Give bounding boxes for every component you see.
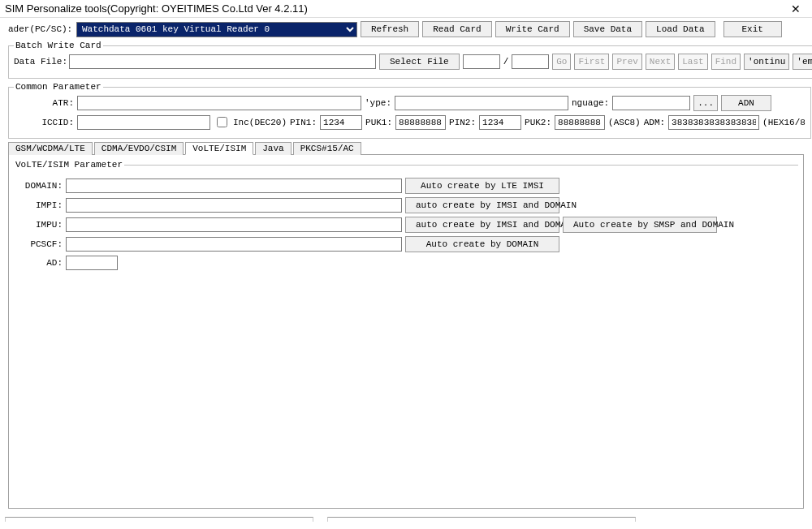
pcscf-input[interactable] [66, 237, 402, 252]
data-file-label: Data File: [14, 57, 66, 67]
pcscf-label: PCSCF: [14, 239, 63, 249]
common-parameter-group: Common Parameter ATR: 'ype: nguage: ... … [8, 82, 811, 139]
iccid-input[interactable] [77, 115, 210, 130]
refresh-button[interactable]: Refresh [361, 21, 419, 37]
volte-legend: VoLTE/ISIM Parameter [14, 160, 124, 170]
window-title: SIM Personalize tools(Copyright: OYEITIM… [5, 2, 308, 15]
auto-impu2-button[interactable]: Auto create by SMSP and DOMAIN [563, 217, 717, 233]
close-icon[interactable]: ✕ [784, 2, 807, 15]
auto-pcscf-button[interactable]: Auto create by DOMAIN [405, 236, 559, 252]
volte-group: VoLTE/ISIM Parameter DOMAIN: Auto create… [14, 160, 798, 273]
pin2-label: PIN2: [449, 118, 476, 127]
tab-volte[interactable]: VoLTE/ISIM [185, 142, 253, 155]
tab-gsm[interactable]: GSM/WCDMA/LTE [8, 142, 93, 155]
first-button[interactable]: First [574, 54, 609, 70]
iccid-label: ICCID: [14, 118, 74, 127]
last-button[interactable]: Last [678, 54, 707, 70]
tab-cdma[interactable]: CDMA/EVDO/CSIM [94, 142, 184, 155]
tab-pkcs[interactable]: PKCS#15/AC [293, 142, 361, 155]
hex-label: (HEX16/8 [762, 118, 806, 127]
atr-input [77, 96, 361, 110]
ad-label: AD: [14, 258, 63, 268]
impu-label: IMPU: [14, 220, 63, 230]
common-legend: Common Parameter [14, 82, 103, 92]
exit-button[interactable]: Exit [723, 21, 782, 37]
auto-domain-button[interactable]: Auto create by LTE IMSI [405, 178, 559, 194]
go-button[interactable]: Go [552, 54, 571, 70]
auto-impu1-button[interactable]: auto create by IMSI and DOMAI [405, 217, 559, 233]
tab-body: VoLTE/ISIM Parameter DOMAIN: Auto create… [8, 155, 804, 509]
atr-label: ATR: [14, 98, 74, 108]
read-card-button[interactable]: Read Card [422, 21, 491, 37]
batch-legend: Batch Write Card [14, 41, 103, 50]
bottom-bar [0, 514, 812, 529]
load-data-button[interactable]: Load Data [646, 21, 715, 37]
puk1-input[interactable] [395, 115, 446, 130]
language-browse-button[interactable]: ... [693, 95, 718, 111]
select-file-button[interactable]: Select File [379, 54, 460, 70]
domain-label: DOMAIN: [14, 181, 63, 191]
save-data-button[interactable]: Save Data [573, 21, 642, 37]
reader-label: ader(PC/SC): [8, 24, 73, 34]
pin1-label: PIN1: [290, 118, 317, 127]
reader-select[interactable]: Watchdata 0601 key Virtual Reader 0 [76, 22, 357, 37]
write-card-button[interactable]: Write Card [495, 21, 570, 37]
type-label: 'ype: [365, 98, 391, 108]
data-file-input[interactable] [69, 54, 376, 69]
adn-button[interactable]: ADN [721, 95, 771, 111]
adm-input[interactable] [668, 115, 759, 130]
type-input [395, 96, 568, 110]
asc8-label: (ASC8) [608, 118, 641, 127]
continue-button[interactable]: 'ontinu [744, 54, 789, 70]
puk2-label: PUK2: [525, 118, 551, 127]
pin1-input[interactable] [320, 115, 362, 130]
batch-pos-input[interactable] [463, 54, 500, 69]
tab-java[interactable]: Java [255, 142, 291, 155]
ad-input[interactable] [66, 256, 118, 270]
pin2-input[interactable] [479, 115, 521, 130]
batch-total-input[interactable] [512, 54, 549, 69]
template-button[interactable]: 'emplat' [793, 54, 812, 70]
domain-input[interactable] [66, 178, 402, 193]
inc-label: Inc(DEC20) [233, 118, 287, 127]
find-button[interactable]: Find [711, 54, 741, 70]
tab-strip: GSM/WCDMA/LTE CDMA/EVDO/CSIM VoLTE/ISIM … [8, 142, 804, 155]
batch-slash: / [503, 57, 509, 67]
batch-write-group: Batch Write Card Data File: Select File … [8, 41, 812, 79]
next-button[interactable]: Next [646, 54, 675, 70]
auto-impi-button[interactable]: auto create by IMSI and DOMAIN [405, 197, 559, 213]
impi-label: IMPI: [14, 200, 63, 210]
language-label: nguage: [572, 98, 609, 108]
puk2-input[interactable] [555, 115, 605, 130]
prev-button[interactable]: Prev [612, 54, 641, 70]
impu-input[interactable] [66, 217, 402, 232]
adm-label: ADM: [644, 118, 665, 127]
puk1-label: PUK1: [365, 118, 392, 127]
language-input[interactable] [612, 96, 690, 110]
impi-input[interactable] [66, 198, 402, 213]
inc-checkbox[interactable] [217, 117, 227, 127]
